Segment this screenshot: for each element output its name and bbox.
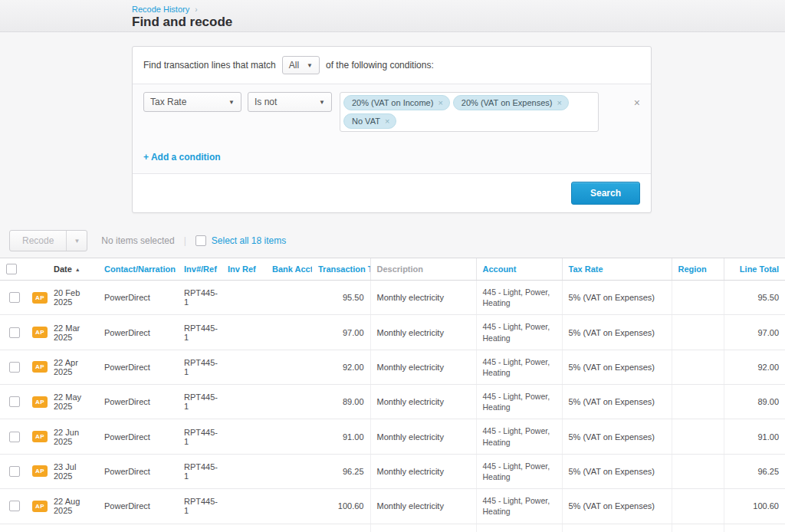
cell-line-total: 96.25 bbox=[724, 454, 785, 488]
column-header-region[interactable]: Region bbox=[672, 258, 724, 281]
cell-date: 22 Jun 2025 bbox=[48, 419, 98, 454]
row-checkbox[interactable] bbox=[9, 362, 20, 373]
cell-inv-ref: RPT445-1 bbox=[178, 350, 222, 384]
table-header-row: Date▲ Contact/Narration Inv#/Ref Inv Ref… bbox=[0, 258, 785, 281]
column-header-inv-ref[interactable]: Inv Ref bbox=[222, 258, 266, 281]
ap-badge: AP bbox=[32, 327, 48, 338]
search-button[interactable]: Search bbox=[571, 182, 640, 205]
cell-region bbox=[672, 454, 724, 488]
cell-account: 445 - Light, Power, Heating bbox=[476, 281, 562, 315]
divider: | bbox=[184, 235, 186, 246]
cell-account: 445 - Light, Power, Heating bbox=[476, 385, 562, 419]
tag-label: No VAT bbox=[352, 117, 380, 126]
tax-rate-tag[interactable]: 20% (VAT on Income)× bbox=[343, 95, 450, 110]
ap-badge: AP bbox=[32, 501, 48, 512]
table-row[interactable]: AP 23 Jul 2025 PowerDirect RPT445-1 96.2… bbox=[0, 454, 785, 488]
cell-bank-acct bbox=[266, 489, 312, 524]
cell-line-total: 100.60 bbox=[724, 489, 785, 524]
match-suffix-label: of the following conditions: bbox=[326, 60, 434, 71]
column-header-contact[interactable]: Contact/Narration bbox=[98, 258, 178, 281]
column-header-inv-num-ref[interactable]: Inv#/Ref bbox=[178, 258, 222, 281]
add-condition-link[interactable]: + Add a condition bbox=[143, 152, 221, 163]
column-header-description[interactable]: Description bbox=[370, 258, 476, 281]
cell-line-total: 89.00 bbox=[724, 385, 785, 419]
table-row[interactable]: AP 22 May 2025 PowerDirect RPT445-1 89.0… bbox=[0, 385, 785, 419]
tag-remove-icon[interactable]: × bbox=[557, 98, 561, 107]
filter-panel: Find transaction lines that match All ▼ … bbox=[132, 46, 652, 213]
sort-asc-icon: ▲ bbox=[75, 267, 80, 272]
table-row[interactable]: AP 22 Jun 2025 PowerDirect RPT445-1 91.0… bbox=[0, 419, 785, 454]
row-checkbox[interactable] bbox=[9, 292, 20, 303]
cell-inv-ref2 bbox=[222, 524, 266, 532]
column-header-transaction-total[interactable]: Transaction Total bbox=[312, 258, 370, 281]
condition-operator-value: Is not bbox=[255, 97, 277, 107]
condition-operator-select[interactable]: Is not ▼ bbox=[248, 92, 332, 112]
select-all-checkbox[interactable] bbox=[195, 235, 206, 246]
chevron-down-icon: ▼ bbox=[228, 99, 235, 106]
table-row[interactable]: AP 22 Aug 2025 PowerDirect RPT445-1 100.… bbox=[0, 489, 785, 524]
cell-account: 445 - Light, Power, Heating bbox=[476, 315, 562, 350]
cell-transaction-total: 97.00 bbox=[312, 315, 370, 350]
cell-transaction-total: 100.60 bbox=[312, 489, 370, 524]
cell-contact: PowerDirect bbox=[98, 454, 178, 488]
cell-description: Monthly electricity bbox=[370, 315, 476, 350]
cell-contact: PowerDirect bbox=[98, 524, 178, 532]
column-header-tax-rate[interactable]: Tax Rate bbox=[562, 258, 672, 281]
page-title: Find and recode bbox=[132, 15, 785, 30]
cell-inv-ref2 bbox=[222, 489, 266, 524]
row-checkbox[interactable] bbox=[9, 432, 20, 442]
cell-description: Monthly electricity bbox=[370, 281, 476, 315]
table-row[interactable]: AP 22 Mar 2025 PowerDirect RPT445-1 97.0… bbox=[0, 315, 785, 350]
cell-account: 445 - Light, Power, Heating bbox=[476, 419, 562, 454]
recode-dropdown-toggle[interactable]: ▼ bbox=[66, 231, 87, 251]
cell-description: Monthly electricity bbox=[370, 385, 476, 419]
cell-inv-ref: RPT445-1 bbox=[178, 419, 222, 454]
chevron-down-icon: ▼ bbox=[307, 62, 313, 69]
tag-remove-icon[interactable]: × bbox=[385, 117, 389, 126]
column-header-bank-acct[interactable]: Bank Acct bbox=[266, 258, 312, 281]
column-header-account[interactable]: Account bbox=[476, 258, 562, 281]
cell-inv-ref: RPT445-1 bbox=[178, 489, 222, 524]
row-checkbox[interactable] bbox=[9, 396, 20, 407]
cell-tax-rate: 5% (VAT on Expenses) bbox=[562, 454, 672, 488]
match-select[interactable]: All ▼ bbox=[282, 56, 320, 74]
cell-tax-rate: 5% (VAT on Expenses) bbox=[562, 489, 672, 524]
row-checkbox[interactable] bbox=[9, 327, 20, 338]
tax-rate-tags[interactable]: 20% (VAT on Income)×20% (VAT on Expenses… bbox=[340, 92, 599, 132]
ap-badge: AP bbox=[32, 431, 48, 442]
cell-region bbox=[672, 419, 724, 454]
row-checkbox[interactable] bbox=[9, 501, 20, 511]
tax-rate-tag[interactable]: 20% (VAT on Expenses)× bbox=[453, 95, 569, 110]
cell-tax-rate: 5% (VAT on Expenses) bbox=[562, 419, 672, 454]
select-all-label: Select all 18 items bbox=[212, 235, 286, 246]
cell-inv-ref2 bbox=[222, 350, 266, 384]
column-header-line-total[interactable]: Line Total bbox=[724, 258, 785, 281]
chevron-down-icon: ▼ bbox=[319, 99, 325, 106]
row-checkbox[interactable] bbox=[9, 466, 20, 477]
cell-inv-ref: RPT445-1 bbox=[178, 385, 222, 419]
cell-tax-rate: 5% (VAT on Expenses) bbox=[562, 350, 672, 384]
table-row[interactable]: AP 22 Apr 2025 PowerDirect RPT445-1 92.0… bbox=[0, 350, 785, 384]
column-header-date[interactable]: Date▲ bbox=[48, 258, 98, 281]
condition-field-select[interactable]: Tax Rate ▼ bbox=[143, 92, 241, 112]
tag-label: 20% (VAT on Expenses) bbox=[461, 98, 553, 107]
recode-button[interactable]: Recode ▼ bbox=[9, 230, 87, 251]
cell-inv-ref: RPT445-1 bbox=[178, 524, 222, 532]
tag-remove-icon[interactable]: × bbox=[438, 98, 442, 107]
breadcrumb-chevron-icon: › bbox=[195, 5, 197, 14]
cell-contact: PowerDirect bbox=[98, 281, 178, 315]
cell-tax-rate: 5% (VAT on Expenses) bbox=[562, 281, 672, 315]
table-row[interactable]: AP 20 Feb 2025 PowerDirect RPT445-1 95.5… bbox=[0, 281, 785, 315]
cell-account: 445 - Light, Power, Heating bbox=[476, 489, 562, 524]
cell-account: 445 - Light, Power, Heating bbox=[476, 524, 562, 532]
breadcrumb: Recode History › bbox=[132, 5, 785, 14]
tax-rate-tag[interactable]: No VAT× bbox=[343, 113, 396, 129]
condition-remove-icon[interactable]: × bbox=[634, 97, 640, 109]
header-checkbox[interactable] bbox=[6, 264, 17, 274]
cell-account: 445 - Light, Power, Heating bbox=[476, 454, 562, 488]
table-row[interactable]: AP 22 Sep 2025 PowerDirect RPT445-1 105.… bbox=[0, 524, 785, 532]
breadcrumb-recode-history[interactable]: Recode History bbox=[132, 5, 189, 14]
cell-inv-ref2 bbox=[222, 281, 266, 315]
select-all-control[interactable]: Select all 18 items bbox=[195, 235, 286, 246]
cell-date: 20 Feb 2025 bbox=[48, 281, 98, 315]
